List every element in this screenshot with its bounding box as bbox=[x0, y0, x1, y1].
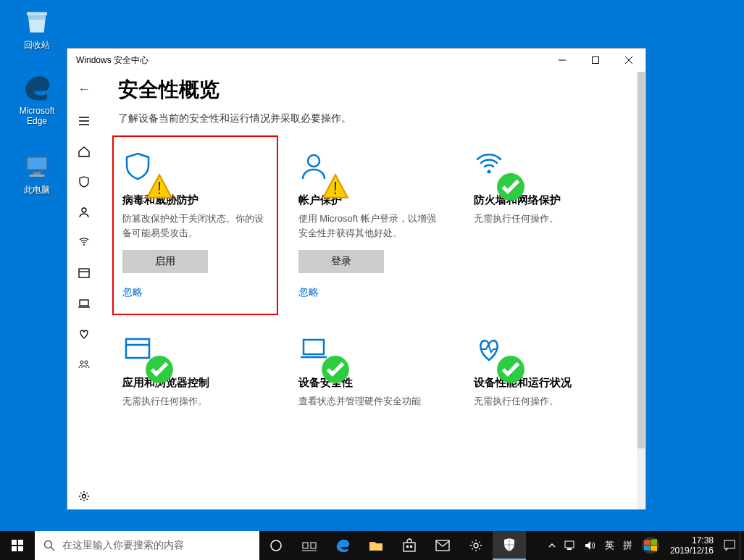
desktop-icon-label: 此电脑 bbox=[10, 184, 64, 196]
heart-ok-icon bbox=[474, 334, 504, 364]
svg-rect-37 bbox=[303, 543, 308, 548]
enable-button[interactable]: 启用 bbox=[122, 250, 208, 273]
tray-volume-icon[interactable] bbox=[580, 531, 601, 560]
svg-rect-48 bbox=[724, 540, 735, 548]
dismiss-link[interactable]: 忽略 bbox=[298, 286, 444, 299]
cortana-icon[interactable] bbox=[259, 531, 293, 560]
app-icon[interactable] bbox=[70, 260, 99, 286]
search-icon bbox=[43, 540, 55, 551]
heart-icon[interactable] bbox=[70, 321, 99, 347]
person-icon[interactable] bbox=[70, 199, 99, 225]
page-title: 安全性概览 bbox=[118, 76, 624, 104]
store-taskbar-icon[interactable] bbox=[393, 531, 426, 560]
svg-point-16 bbox=[85, 361, 88, 364]
svg-rect-0 bbox=[27, 12, 47, 15]
page-subtitle: 了解设备当前的安全性和运行情况并采取必要操作。 bbox=[118, 112, 624, 125]
minimize-button[interactable] bbox=[546, 49, 579, 72]
edge-taskbar-icon[interactable] bbox=[326, 531, 359, 560]
svg-rect-13 bbox=[80, 300, 88, 306]
card-desc: 查看状态并管理硬件安全功能 bbox=[298, 394, 444, 409]
settings-taskbar-icon[interactable] bbox=[459, 531, 493, 560]
mail-taskbar-icon[interactable] bbox=[426, 531, 459, 560]
svg-rect-46 bbox=[567, 548, 572, 550]
svg-rect-11 bbox=[79, 269, 89, 277]
tray-network-icon[interactable] bbox=[560, 531, 580, 560]
svg-point-34 bbox=[45, 541, 52, 548]
svg-rect-31 bbox=[18, 540, 23, 545]
search-placeholder: 在这里输入你要搜索的内容 bbox=[62, 539, 184, 552]
laptop-ok-icon bbox=[298, 334, 329, 364]
desktop-icon-edge[interactable]: Microsoft Edge bbox=[10, 72, 64, 126]
tray-ime1[interactable]: 英 bbox=[601, 531, 619, 560]
explorer-taskbar-icon[interactable] bbox=[359, 531, 393, 560]
shield-icon[interactable] bbox=[70, 169, 99, 195]
svg-text:!: ! bbox=[333, 180, 337, 198]
desktop-icon-label: 回收站 bbox=[10, 39, 64, 51]
card-firewall: 防火墙和网络保护 无需执行任何操作。 bbox=[469, 143, 624, 308]
family-icon[interactable] bbox=[70, 351, 99, 377]
svg-rect-42 bbox=[410, 546, 412, 548]
svg-rect-40 bbox=[404, 543, 415, 551]
desktop-icon-recycle-bin[interactable]: 回收站 bbox=[10, 6, 64, 51]
svg-point-44 bbox=[474, 543, 478, 548]
back-button[interactable]: ← bbox=[70, 75, 99, 104]
home-icon[interactable] bbox=[70, 138, 99, 164]
card-desc: 使用 Microsoft 帐户登录，以增强安全性并获得其他好处。 bbox=[298, 212, 444, 240]
desktop-icon-this-pc[interactable]: 此电脑 bbox=[10, 151, 64, 196]
svg-rect-38 bbox=[311, 543, 316, 548]
tray-windows-logo-icon[interactable] bbox=[637, 531, 664, 560]
svg-line-35 bbox=[51, 548, 55, 551]
card-account-protection: ! 帐户保护 使用 Microsoft 帐户登录，以增强安全性并获得其他好处。 … bbox=[294, 143, 448, 308]
svg-rect-2 bbox=[28, 158, 46, 170]
taskbar: 在这里输入你要搜索的内容 英 拼 17:38 2019/12/16 bbox=[0, 531, 744, 560]
svg-point-21 bbox=[488, 170, 491, 174]
close-button[interactable] bbox=[612, 49, 645, 72]
card-device-health: 设备性能和运行状况 无需执行任何操作。 bbox=[469, 325, 624, 417]
card-desc: 无需执行任何操作。 bbox=[122, 394, 268, 409]
security-taskbar-icon[interactable] bbox=[493, 531, 526, 560]
svg-rect-32 bbox=[12, 546, 17, 551]
action-center-icon[interactable] bbox=[719, 531, 740, 560]
scrollbar-thumb[interactable] bbox=[638, 72, 645, 448]
search-input[interactable]: 在这里输入你要搜索的内容 bbox=[35, 531, 259, 560]
wifi-ok-icon bbox=[474, 151, 504, 182]
svg-rect-33 bbox=[18, 546, 23, 551]
content-area: 安全性概览 了解设备当前的安全性和运行情况并采取必要操作。 ! 病毒和威胁防护 … bbox=[101, 72, 645, 509]
pc-icon bbox=[22, 151, 52, 181]
hamburger-icon[interactable] bbox=[70, 108, 99, 134]
security-center-window: Windows 安全中心 ← 安全性概览 了解设备当前的安全性和运行情况并采取必… bbox=[67, 48, 646, 510]
tray-chevron-icon[interactable] bbox=[544, 531, 560, 560]
clock-date: 2019/12/16 bbox=[670, 546, 714, 556]
wifi-icon[interactable] bbox=[70, 230, 99, 256]
card-virus-protection: ! 病毒和威胁防护 防篡改保护处于关闭状态。你的设备可能易受攻击。 启用 忽略 bbox=[112, 135, 278, 315]
tray-ime2[interactable]: 拼 bbox=[619, 531, 637, 560]
tray-clock[interactable]: 17:38 2019/12/16 bbox=[664, 535, 719, 556]
card-desc: 防篡改保护处于关闭状态。你的设备可能易受攻击。 bbox=[122, 212, 268, 240]
svg-point-19 bbox=[308, 155, 319, 167]
dismiss-link[interactable]: 忽略 bbox=[122, 286, 268, 299]
signin-button[interactable]: 登录 bbox=[298, 250, 384, 273]
svg-point-10 bbox=[83, 244, 85, 246]
card-device-security: 设备安全性 查看状态并管理硬件安全功能 bbox=[294, 325, 448, 417]
laptop-icon[interactable] bbox=[70, 291, 99, 317]
card-desc: 无需执行任何操作。 bbox=[474, 212, 619, 226]
recycle-bin-icon bbox=[22, 6, 52, 36]
scrollbar[interactable] bbox=[637, 72, 645, 509]
show-desktop-button[interactable] bbox=[740, 531, 744, 560]
start-button[interactable] bbox=[0, 531, 35, 560]
card-app-browser: 应用和浏览器控制 无需执行任何操作。 bbox=[118, 325, 272, 417]
maximize-button[interactable] bbox=[579, 49, 612, 72]
shield-warning-icon: ! bbox=[122, 151, 153, 182]
svg-rect-30 bbox=[12, 540, 17, 545]
gear-icon[interactable] bbox=[70, 483, 99, 509]
svg-rect-43 bbox=[436, 540, 449, 551]
svg-rect-45 bbox=[565, 541, 574, 548]
svg-point-17 bbox=[83, 495, 86, 498]
svg-text:!: ! bbox=[157, 180, 162, 198]
titlebar: Windows 安全中心 bbox=[67, 49, 645, 72]
edge-icon bbox=[22, 72, 52, 103]
desktop-icon-label: Microsoft Edge bbox=[10, 106, 64, 126]
svg-rect-6 bbox=[593, 57, 599, 64]
svg-rect-41 bbox=[406, 546, 409, 548]
task-view-icon[interactable] bbox=[293, 531, 326, 560]
